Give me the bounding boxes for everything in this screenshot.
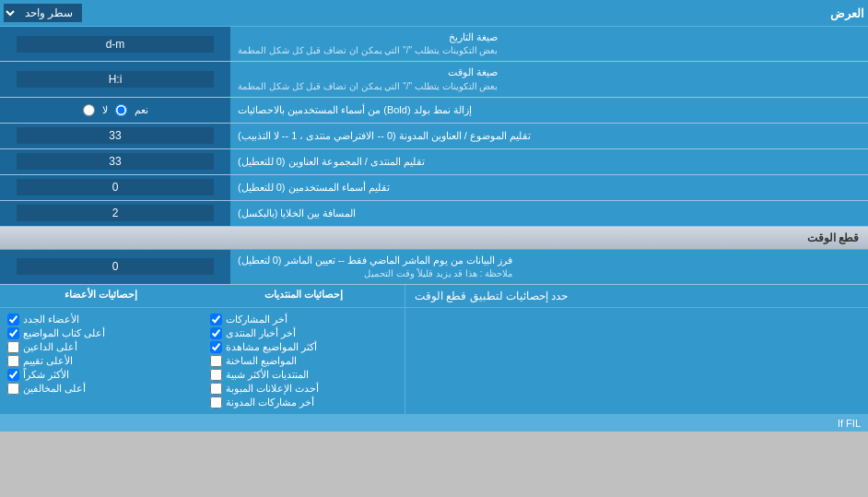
stats-item-4: المواضيع الساخنة [210, 355, 397, 367]
stats-item-1: أخر المشاركات [210, 314, 397, 325]
stats-item-13: أعلى المخالفين [7, 383, 195, 395]
time-cut-section-header: قطع الوقت [0, 227, 868, 250]
forum-align-input-cell [0, 149, 230, 174]
stats-checkbox-4[interactable] [210, 355, 222, 367]
time-format-row: صيغة الوقت بعض التكوينات يتطلب "/" التي … [0, 62, 868, 97]
stats-item-5: المنتديات الأكثر شبية [210, 369, 397, 381]
stats-checkbox-6[interactable] [210, 383, 222, 395]
time-format-field[interactable] [17, 71, 214, 88]
date-format-input-cell [0, 27, 230, 61]
stats-checkbox-12[interactable] [7, 369, 19, 381]
bold-radio-no[interactable] [83, 104, 95, 116]
stats-item-12: الأكثر شكراً [7, 369, 195, 381]
stats-checkbox-7[interactable] [210, 396, 222, 408]
forum-align-label: تقليم المنتدى / المجموعة العناوين (0 للت… [230, 149, 868, 174]
page-title: العرض [82, 6, 864, 20]
stats-item-11: الأعلى تقييم [7, 355, 195, 367]
stats-col2-header: إحصائيات الأعضاء [0, 285, 203, 307]
stats-item-9: أعلى كتاب المواضيع [7, 327, 195, 339]
cell-spacing-field[interactable] [17, 205, 214, 221]
stats-checkbox-11[interactable] [7, 355, 19, 367]
topic-align-label: تقليم الموضوع / العناوين المدونة (0 -- ا… [230, 124, 868, 148]
user-align-input-cell [0, 175, 230, 200]
stats-checkbox-10[interactable] [7, 341, 19, 353]
bold-radio-yes-label: نعم [135, 104, 148, 116]
page-header-row: العرض سطر واحد سطران ثلاثة أسطر [0, 0, 868, 27]
time-format-input-cell [0, 62, 230, 96]
bold-remove-row: إزالة نمط بولد (Bold) من أسماء المستخدمي… [0, 98, 868, 124]
bottom-filter-row: If FIL [0, 415, 868, 432]
stats-checkbox-1[interactable] [210, 314, 222, 325]
user-align-field[interactable] [17, 179, 214, 195]
stats-checkbox-9[interactable] [7, 327, 19, 339]
stats-col1-items: أخر المشاركات أخر أخبار المنتدى أكثر الم… [203, 308, 405, 414]
stats-checkbox-3[interactable] [210, 341, 222, 353]
bold-radio-no-label: لا [102, 104, 108, 116]
forum-align-field[interactable] [17, 153, 214, 170]
cell-spacing-row: المسافة بين الخلايا (بالبكسل) [0, 201, 868, 227]
bottom-filter-text: If FIL [838, 418, 861, 429]
stats-item-8: الأعضاء الجدد [7, 314, 195, 325]
bold-remove-label: إزالة نمط بولد (Bold) من أسماء المستخدمي… [230, 98, 868, 123]
user-align-row: تقليم أسماء المستخدمين (0 للتعطيل) [0, 175, 868, 201]
stats-checkbox-13[interactable] [7, 383, 19, 395]
stats-checkbox-5[interactable] [210, 369, 222, 381]
stats-item-7: أخر مشاركات المدونة [210, 396, 397, 408]
user-align-label: تقليم أسماء المستخدمين (0 للتعطيل) [230, 175, 868, 200]
stats-item-2: أخر أخبار المنتدى [210, 327, 397, 339]
line-select[interactable]: سطر واحد سطران ثلاثة أسطر [4, 4, 82, 22]
cell-spacing-label: المسافة بين الخلايا (بالبكسل) [230, 201, 868, 226]
forum-align-row: تقليم المنتدى / المجموعة العناوين (0 للت… [0, 149, 868, 175]
cell-spacing-input-cell [0, 201, 230, 226]
bold-radio-yes[interactable] [115, 104, 127, 116]
date-format-label: صيغة التاريخ بعض التكوينات يتطلب "/" الت… [230, 27, 868, 61]
time-cut-row: فرز البيانات من يوم الماشر الماضي فقط --… [0, 250, 868, 285]
time-cut-field[interactable] [17, 258, 214, 275]
stats-item-10: أعلى الداعين [7, 341, 195, 353]
stats-col1-header: إحصائيات المنتديات [203, 285, 406, 307]
stats-item-3: أكثر المواضيع مشاهدة [210, 341, 397, 353]
date-format-row: صيغة التاريخ بعض التكوينات يتطلب "/" الت… [0, 27, 868, 62]
stats-checkbox-8[interactable] [7, 314, 19, 325]
stats-item-6: أحدث الإعلانات المبوبة [210, 383, 397, 395]
stats-apply-label: حدد إحصائيات لتطبيق قطع الوقت [405, 285, 868, 307]
time-cut-label: فرز البيانات من يوم الماشر الماضي فقط --… [230, 250, 868, 284]
date-format-field[interactable] [17, 36, 214, 53]
stats-col2-items: الأعضاء الجدد أعلى كتاب المواضيع أعلى ال… [0, 308, 203, 414]
topic-align-input-cell [0, 124, 230, 148]
bold-remove-input-cell: نعم لا [0, 98, 230, 123]
topic-align-row: تقليم الموضوع / العناوين المدونة (0 -- ا… [0, 124, 868, 149]
time-format-label: صيغة الوقت بعض التكوينات يتطلب "/" التي … [230, 62, 868, 96]
time-cut-input-cell [0, 250, 230, 284]
bold-radio-group: نعم لا [83, 104, 148, 116]
topic-align-field[interactable] [17, 127, 214, 144]
stats-checkbox-2[interactable] [210, 327, 222, 339]
